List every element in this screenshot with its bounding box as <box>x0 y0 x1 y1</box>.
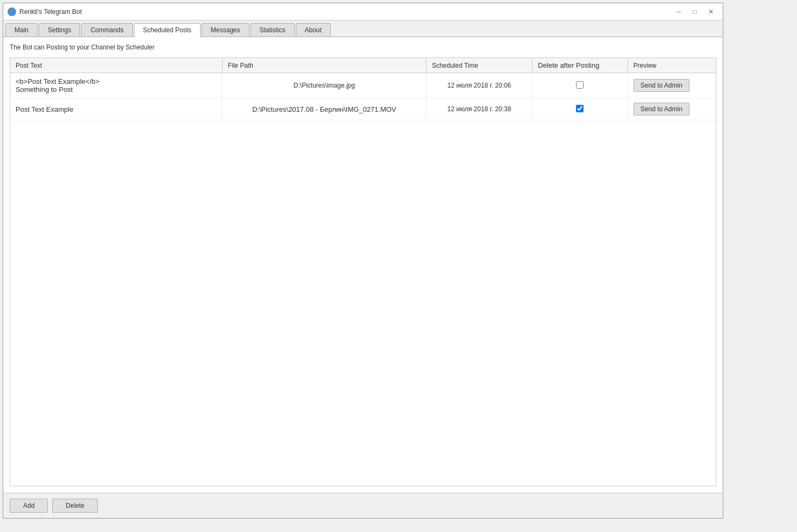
col-header-post-text: Post Text <box>10 58 222 73</box>
file-path-2: D:\Pictures\2017.08 - Берлин\IMG_0271.MO… <box>228 105 421 113</box>
preview-cell-1: Send to Admin <box>628 73 716 98</box>
col-header-scheduled-time: Scheduled Time <box>426 58 532 73</box>
scheduled-posts-table: Post Text File Path Scheduled Time Delet… <box>10 58 716 120</box>
post-text-line2-1: Something to Post <box>16 85 217 94</box>
preview-cell-2: Send to Admin <box>628 98 716 120</box>
col-header-file-path: File Path <box>222 58 426 73</box>
tab-bar: Main Settings Commands Scheduled Posts M… <box>3 20 723 37</box>
tab-settings[interactable]: Settings <box>39 23 80 37</box>
table-body: <b>Post Text Example</b> Something to Po… <box>10 73 716 120</box>
content-area: The Bot can Posting to your Channel by S… <box>3 37 723 493</box>
table-header-row: Post Text File Path Scheduled Time Delet… <box>10 58 716 73</box>
delete-checkbox-2[interactable] <box>576 105 583 112</box>
tab-statistics[interactable]: Statistics <box>251 23 295 37</box>
close-button[interactable]: ✕ <box>703 6 718 18</box>
file-path-cell-1: D:\Pictures\image.jpg <box>222 73 426 98</box>
scheduled-posts-table-container: Post Text File Path Scheduled Time Delet… <box>10 57 716 486</box>
post-text-cell-1: <b>Post Text Example</b> Something to Po… <box>10 73 222 98</box>
main-window: Renkti's Telegram Bot ─ □ ✕ Main Setting… <box>3 3 723 519</box>
send-to-admin-button-2[interactable]: Send to Admin <box>634 103 689 116</box>
app-icon <box>8 8 16 16</box>
tab-about[interactable]: About <box>296 23 331 37</box>
title-bar: Renkti's Telegram Bot ─ □ ✕ <box>3 3 723 20</box>
col-header-delete-after-posting: Delete after Posting <box>532 58 628 73</box>
post-text-cell-2: Post Text Example <box>10 98 222 120</box>
send-to-admin-button-1[interactable]: Send to Admin <box>634 79 689 92</box>
delete-checkbox-1[interactable] <box>576 81 583 89</box>
delete-checkbox-cell-1[interactable] <box>532 73 628 98</box>
title-bar-left: Renkti's Telegram Bot <box>8 8 82 16</box>
footer: Add Delete <box>3 493 723 518</box>
page-description: The Bot can Posting to your Channel by S… <box>10 44 716 51</box>
title-bar-controls: ─ □ ✕ <box>671 6 718 18</box>
scheduled-time-cell-1: 12 июля 2018 г. 20:06 <box>426 73 532 98</box>
table-row: <b>Post Text Example</b> Something to Po… <box>10 73 716 98</box>
window-title: Renkti's Telegram Bot <box>19 8 82 16</box>
minimize-button[interactable]: ─ <box>671 6 686 18</box>
tab-commands[interactable]: Commands <box>81 23 132 37</box>
col-header-preview: Preview <box>628 58 716 73</box>
maximize-button[interactable]: □ <box>687 6 702 18</box>
file-path-cell-2: D:\Pictures\2017.08 - Берлин\IMG_0271.MO… <box>222 98 426 120</box>
delete-after-posting-label: Delete after Posting <box>538 61 599 69</box>
tab-main[interactable]: Main <box>5 23 38 37</box>
post-text-line1-1: <b>Post Text Example</b> <box>16 77 217 85</box>
scheduled-time-cell-2: 12 июля 2018 г. 20:38 <box>426 98 532 120</box>
delete-button[interactable]: Delete <box>52 499 98 513</box>
table-row: Post Text Example D:\Pictures\2017.08 - … <box>10 98 716 120</box>
post-text-line1-2: Post Text Example <box>16 105 217 113</box>
delete-checkbox-cell-2[interactable] <box>532 98 628 120</box>
add-button[interactable]: Add <box>10 499 48 513</box>
tab-scheduled-posts[interactable]: Scheduled Posts <box>134 23 201 37</box>
tab-messages[interactable]: Messages <box>202 23 250 37</box>
